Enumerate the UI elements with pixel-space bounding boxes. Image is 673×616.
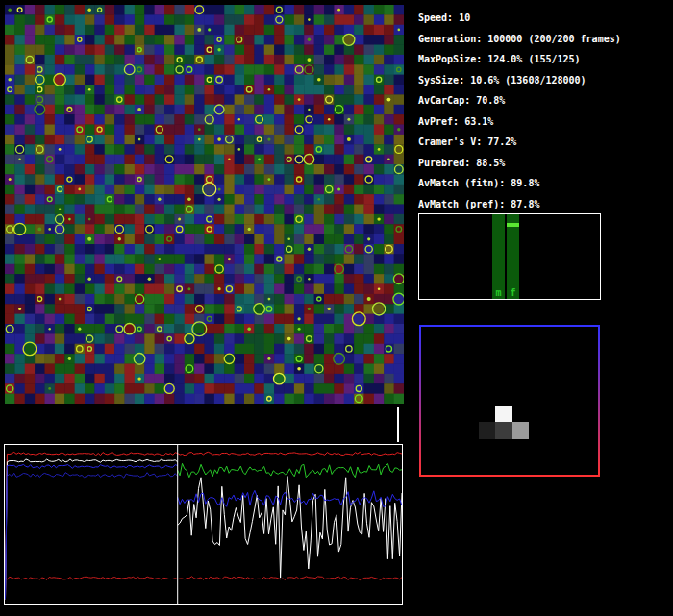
sex-histogram: mf [418, 213, 601, 300]
stat-line: Generation: 100000 (200/200 frames) [418, 29, 621, 50]
stat-line: AvCarCap: 70.8% [418, 90, 621, 111]
histogram-label-m: m [492, 287, 505, 298]
heatmap-inner [421, 327, 598, 475]
stat-line: MaxPopSize: 124.0% (155/125) [418, 49, 621, 70]
chart-series-blue-a [6, 464, 178, 599]
heatmap-cell [495, 422, 511, 438]
heatmap-cell [512, 422, 529, 438]
stat-line: Speed: 10 [418, 8, 621, 29]
stat-line: SysSize: 10.6% (13608/128000) [418, 70, 621, 91]
preference-heatmap [419, 325, 600, 477]
stats-panel: Speed: 10Generation: 100000 (200/200 fra… [418, 8, 621, 214]
histogram-bar-cap [507, 223, 519, 227]
stat-line: Purebred: 88.5% [418, 153, 621, 174]
stat-line: AvMatch (pref): 87.8% [418, 194, 621, 215]
chart-series-blue-b [6, 473, 178, 600]
stat-line: AvPref: 63.1% [418, 111, 621, 133]
stat-line: Cramer's V: 77.2% [418, 132, 621, 153]
simulation-grid [5, 5, 404, 404]
divider-tick [397, 407, 399, 442]
histogram-bar-m: m [492, 214, 505, 299]
heatmap-cell [479, 422, 495, 438]
chart-series-white [178, 477, 402, 579]
stat-line: AvMatch (fitn): 89.8% [418, 173, 621, 194]
histogram-label-f: f [507, 287, 519, 298]
chart-series-red-bottom [5, 577, 402, 580]
chart-series-green [178, 463, 402, 478]
timeseries-chart [4, 444, 403, 605]
heatmap-cell [495, 406, 511, 422]
histogram-bar-f: f [507, 214, 519, 299]
